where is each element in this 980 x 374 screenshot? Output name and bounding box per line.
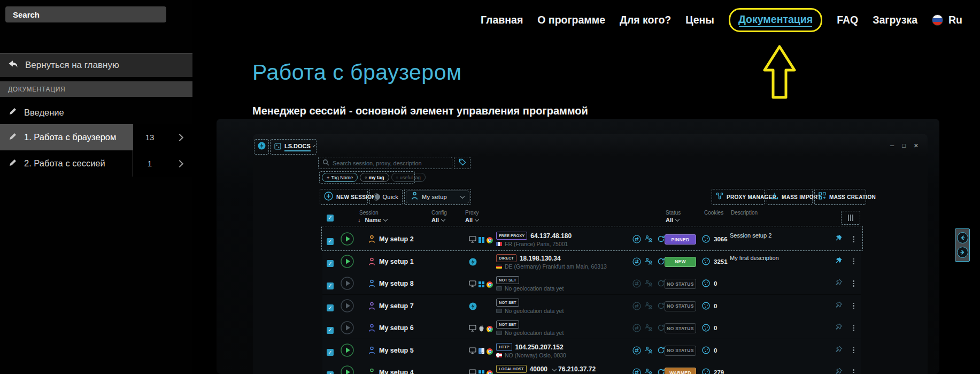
pin-icon[interactable] bbox=[835, 323, 843, 333]
pin-icon[interactable] bbox=[835, 257, 843, 267]
session-row[interactable]: ✓My setup 5HTTP104.250.207.152NO (Norway… bbox=[322, 339, 861, 362]
row-checkbox[interactable]: ✓ bbox=[327, 347, 334, 356]
sort-name[interactable]: ↓ Name bbox=[358, 217, 387, 223]
fingerprint-swap-icon[interactable] bbox=[645, 324, 653, 334]
mass-creation-button[interactable]: MASS CREATION bbox=[814, 189, 866, 205]
proxy-settings-icon[interactable] bbox=[632, 368, 641, 374]
expand-chevron[interactable] bbox=[166, 124, 192, 150]
play-button[interactable] bbox=[341, 299, 354, 315]
play-button[interactable] bbox=[341, 365, 354, 374]
app-logo-icon bbox=[258, 142, 266, 152]
pin-icon[interactable] bbox=[835, 234, 843, 245]
proxy-manager-button[interactable]: PROXY MANAGER bbox=[712, 189, 765, 205]
sidebar-item[interactable]: 1. Работа с браузером13 bbox=[0, 124, 192, 150]
row-menu-button[interactable] bbox=[853, 324, 854, 332]
proxy-settings-icon[interactable] bbox=[632, 302, 641, 312]
config-icons bbox=[469, 235, 493, 245]
prev-page-button[interactable] bbox=[957, 232, 968, 243]
tag-chip[interactable]: ○ useful tag bbox=[391, 173, 426, 182]
tag-chip[interactable]: + Tag Name bbox=[322, 173, 358, 182]
proxy-settings-icon[interactable] bbox=[632, 279, 641, 290]
minimize-button[interactable]: – bbox=[890, 141, 894, 150]
pin-icon[interactable] bbox=[835, 368, 843, 374]
sidebar-item[interactable]: Введение bbox=[0, 101, 192, 124]
play-button[interactable] bbox=[341, 344, 354, 359]
sidebar-search-input[interactable] bbox=[5, 6, 166, 22]
col-status: Status bbox=[666, 210, 681, 216]
fingerprint-swap-icon[interactable] bbox=[645, 279, 653, 290]
row-menu-button[interactable] bbox=[853, 257, 854, 266]
pin-icon[interactable] bbox=[835, 279, 843, 289]
fingerprint-swap-icon[interactable] bbox=[645, 257, 653, 268]
app-logo-button[interactable] bbox=[254, 139, 269, 155]
close-button[interactable]: × bbox=[914, 141, 919, 150]
proxy-settings-icon[interactable] bbox=[632, 235, 641, 246]
row-checkbox[interactable]: ✓ bbox=[327, 324, 334, 334]
refresh-icon[interactable] bbox=[657, 346, 665, 356]
docs-tab[interactable]: LS.DOCS bbox=[270, 139, 317, 155]
maximize-button[interactable]: □ bbox=[902, 141, 906, 150]
fingerprint-swap-icon[interactable] bbox=[645, 368, 653, 374]
row-menu-button[interactable] bbox=[853, 346, 854, 355]
row-menu-button[interactable] bbox=[853, 368, 854, 374]
play-button[interactable] bbox=[341, 321, 354, 337]
proxy-settings-icon[interactable] bbox=[632, 324, 641, 334]
top-nav: ГлавнаяО программеДля кого?ЦеныДокумента… bbox=[481, 7, 962, 32]
select-all-checkbox[interactable]: ✓ bbox=[327, 212, 334, 222]
nav-item-link[interactable]: Главная bbox=[481, 14, 523, 26]
refresh-icon[interactable] bbox=[657, 257, 665, 268]
play-button[interactable] bbox=[341, 277, 354, 292]
filter-config[interactable]: All bbox=[431, 217, 445, 223]
play-button[interactable] bbox=[341, 255, 354, 270]
tag-filter-button[interactable] bbox=[454, 157, 470, 169]
pin-icon[interactable] bbox=[835, 301, 843, 311]
row-menu-button[interactable] bbox=[853, 279, 854, 288]
nav-item-link[interactable]: О программе bbox=[537, 14, 605, 26]
back-to-main-link[interactable]: Вернуться на главную bbox=[0, 53, 192, 77]
new-session-button[interactable]: NEW SESSION bbox=[320, 189, 368, 205]
session-row[interactable]: ✓My setup 2FREE PROXY64.137.48.180FR (Fr… bbox=[322, 228, 861, 250]
setup-dropdown[interactable]: My setup bbox=[404, 189, 471, 205]
fingerprint-swap-icon[interactable] bbox=[645, 235, 653, 246]
columns-settings-button[interactable] bbox=[841, 211, 860, 225]
pin-icon[interactable] bbox=[835, 346, 843, 356]
filter-proxy[interactable]: All bbox=[465, 217, 479, 223]
refresh-icon[interactable] bbox=[657, 368, 665, 374]
status-badge: WARMED bbox=[665, 368, 696, 374]
refresh-icon[interactable] bbox=[657, 235, 665, 245]
filter-status[interactable]: All bbox=[666, 217, 679, 223]
quick-toggle[interactable]: Quick bbox=[369, 189, 403, 205]
fingerprint-swap-icon[interactable] bbox=[645, 302, 653, 312]
session-row[interactable]: ✓My setup 6NOT SETNo geolocation data ye… bbox=[322, 317, 861, 339]
nav-item-active[interactable]: Документация bbox=[729, 8, 822, 32]
nav-item-link[interactable]: FAQ bbox=[837, 14, 858, 26]
next-page-button[interactable] bbox=[957, 247, 968, 258]
row-menu-button[interactable] bbox=[853, 302, 854, 310]
proxy-settings-icon[interactable] bbox=[632, 257, 641, 268]
row-checkbox[interactable]: ✓ bbox=[327, 280, 334, 289]
tag-chip[interactable]: ○ my tag bbox=[360, 173, 389, 182]
fingerprint-swap-icon[interactable] bbox=[645, 346, 653, 357]
sidebar-item[interactable]: 2. Работа с сессией1 bbox=[0, 150, 192, 177]
row-checkbox[interactable]: ✓ bbox=[327, 302, 334, 312]
session-row[interactable]: ✓My setup 8NOT SETNo geolocation data ye… bbox=[322, 272, 861, 295]
mass-import-button[interactable]: MASS IMPORT bbox=[767, 189, 813, 205]
refresh-icon[interactable] bbox=[657, 302, 665, 312]
row-checkbox[interactable]: ✓ bbox=[327, 258, 334, 268]
nav-item-link[interactable]: Цены bbox=[685, 14, 714, 26]
session-row[interactable]: ✓My setup 4LOCALHOST4000076.210.37.72US … bbox=[322, 361, 861, 374]
play-button[interactable] bbox=[341, 232, 354, 248]
expand-chevron[interactable] bbox=[166, 150, 192, 177]
row-checkbox[interactable]: ✓ bbox=[327, 369, 334, 374]
proxy-settings-icon[interactable] bbox=[632, 346, 641, 357]
row-checkbox[interactable]: ✓ bbox=[327, 235, 334, 245]
nav-item-link[interactable]: Загрузка bbox=[873, 14, 917, 26]
language-switcher[interactable]: Ru bbox=[932, 14, 962, 26]
row-menu-button[interactable] bbox=[853, 235, 854, 243]
session-row[interactable]: ✓My setup 1DIRECT18.198.130.34DE (German… bbox=[322, 250, 861, 273]
refresh-icon[interactable] bbox=[657, 279, 665, 289]
session-search-box[interactable]: Search session, proxy, description bbox=[318, 157, 452, 169]
session-row[interactable]: ✓My setup 7NOT SETNo geolocation data ye… bbox=[322, 295, 861, 317]
nav-item-link[interactable]: Для кого? bbox=[620, 14, 671, 26]
refresh-icon[interactable] bbox=[657, 324, 665, 334]
